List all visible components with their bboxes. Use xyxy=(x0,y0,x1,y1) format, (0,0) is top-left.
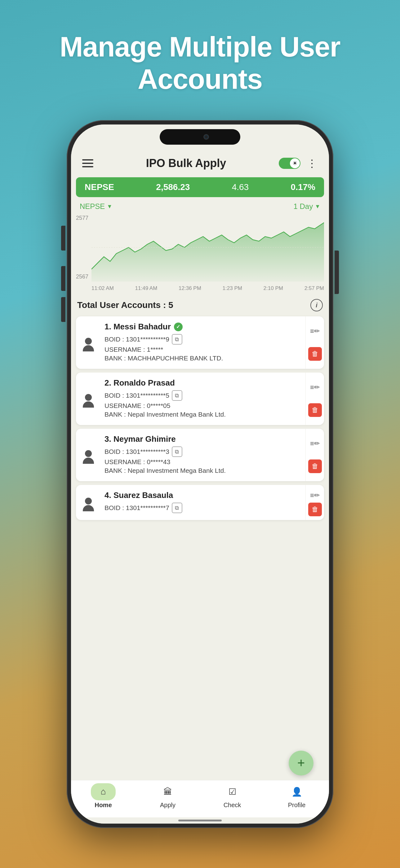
user-boid: BOID : 1301**********3 ⧉ xyxy=(104,446,302,457)
hamburger-line xyxy=(82,163,93,164)
nepse-percent: 0.17% xyxy=(291,182,315,192)
delete-button[interactable]: 🗑 xyxy=(308,503,322,516)
delete-icon: 🗑 xyxy=(312,462,319,470)
avatar-body xyxy=(83,505,94,511)
content-area: Total User Accounts : 5 i 1. Messi Bahad… xyxy=(71,294,329,780)
nav-apply[interactable]: 🏛 Apply xyxy=(149,783,186,809)
nav-profile-icon-wrap: 👤 xyxy=(284,783,309,800)
x-label-2: 12:36 PM xyxy=(178,285,201,291)
copy-boid-btn[interactable]: ⧉ xyxy=(172,390,182,401)
nav-check-label: Check xyxy=(224,802,241,809)
user-boid: BOID : 1301**********7 ⧉ xyxy=(104,503,302,513)
y-label-bottom: 2567 xyxy=(76,274,88,280)
user-username: USERNAME : 0*****05 xyxy=(104,402,302,409)
app-title: IPO Bulk Apply xyxy=(146,157,226,170)
avatar-body xyxy=(83,345,94,351)
sun-icon: ☀ xyxy=(292,160,297,167)
avatar xyxy=(81,446,96,464)
card-actions: ≡✏ 🗑 xyxy=(305,429,324,481)
more-options-icon[interactable]: ⋮ xyxy=(307,158,318,168)
user-boid: BOID : 1301**********9 ⧉ xyxy=(104,334,302,345)
profile-icon: 👤 xyxy=(292,787,302,797)
nav-profile[interactable]: 👤 Profile xyxy=(278,783,315,809)
delete-button[interactable]: 🗑 xyxy=(308,403,322,417)
hero-title: Manage Multiple User Accounts xyxy=(0,31,400,95)
header-right: ☀ ⋮ xyxy=(279,158,318,169)
delete-icon: 🗑 xyxy=(312,350,319,358)
x-label-5: 2:57 PM xyxy=(304,285,324,291)
nepse-change: 4.63 xyxy=(232,182,249,192)
edit-button[interactable]: ≡✏ xyxy=(308,324,322,338)
delete-button[interactable]: 🗑 xyxy=(308,347,322,361)
card-actions: ≡✏ 🗑 xyxy=(305,485,324,520)
nav-home-label: Home xyxy=(95,802,112,809)
chart-area: 2577 2567 xyxy=(76,213,324,294)
user-username: USERNAME : 0*****43 xyxy=(104,458,302,466)
user-name: 1. Messi Bahadur xyxy=(104,322,171,332)
info-icon[interactable]: i xyxy=(310,299,323,311)
copy-boid-btn[interactable]: ⧉ xyxy=(172,503,182,513)
chart-svg xyxy=(92,213,324,282)
avatar xyxy=(81,334,96,351)
phone-wrapper: IPO Bulk Apply ☀ ⋮ NEPSE 2,586.23 4.63 0… xyxy=(67,120,333,828)
hamburger-menu[interactable] xyxy=(82,159,93,167)
edit-button[interactable]: ≡✏ xyxy=(308,489,322,502)
x-label-4: 2:10 PM xyxy=(264,285,283,291)
nepse-label: NEPSE xyxy=(85,182,114,192)
chart-filters: NEPSE ▼ 1 Day ▼ xyxy=(76,202,324,211)
avatar xyxy=(81,390,96,408)
toggle-knob: ☀ xyxy=(290,158,300,168)
card-avatar-area xyxy=(76,316,101,369)
section-title: Total User Accounts : 5 xyxy=(77,300,173,310)
day-filter-label: 1 Day xyxy=(293,202,313,211)
home-indicator xyxy=(178,819,222,822)
delete-icon: 🗑 xyxy=(312,406,319,414)
home-indicator-bar xyxy=(71,817,329,824)
day-filter[interactable]: 1 Day ▼ xyxy=(293,202,320,211)
user-card: 1. Messi Bahadur ✓ BOID : 1301**********… xyxy=(76,316,324,369)
y-label-top: 2577 xyxy=(76,215,88,221)
user-name-row: 2. Ronaldo Prasad xyxy=(104,378,302,388)
chart-container: NEPSE ▼ 1 Day ▼ 2577 2567 xyxy=(71,197,329,294)
user-bank: BANK : Nepal Investment Mega Bank Ltd. xyxy=(104,411,302,418)
nav-apply-label: Apply xyxy=(160,802,175,809)
x-label-0: 11:02 AM xyxy=(92,285,114,291)
avatar-head xyxy=(85,338,92,345)
avatar-head xyxy=(85,450,92,457)
copy-boid-btn[interactable]: ⧉ xyxy=(172,334,182,345)
check-icon: ☑ xyxy=(229,787,236,797)
home-icon: ⌂ xyxy=(101,787,106,797)
apply-icon: 🏛 xyxy=(163,787,172,797)
bottom-nav: ⌂ Home 🏛 Apply ☑ Check xyxy=(71,780,329,817)
avatar-body xyxy=(83,458,94,464)
nav-check[interactable]: ☑ Check xyxy=(214,783,251,809)
phone-outer: IPO Bulk Apply ☀ ⋮ NEPSE 2,586.23 4.63 0… xyxy=(67,120,333,828)
user-card: 4. Suarez Basaula BOID : 1301**********7… xyxy=(76,485,324,520)
card-avatar-area xyxy=(76,485,101,520)
nav-home[interactable]: ⌂ Home xyxy=(85,783,122,809)
user-name: 4. Suarez Basaula xyxy=(104,491,173,500)
x-label-1: 11:49 AM xyxy=(135,285,158,291)
delete-button[interactable]: 🗑 xyxy=(308,460,322,473)
chart-x-labels: 11:02 AM 11:49 AM 12:36 PM 1:23 PM 2:10 … xyxy=(92,283,324,294)
nepse-value: 2,586.23 xyxy=(156,182,190,192)
user-name-row: 4. Suarez Basaula xyxy=(104,491,302,500)
nav-profile-label: Profile xyxy=(288,802,306,809)
theme-toggle[interactable]: ☀ xyxy=(279,158,300,169)
card-actions: ≡✏ 🗑 xyxy=(305,316,324,369)
edit-button[interactable]: ≡✏ xyxy=(308,437,322,451)
user-name-row: 1. Messi Bahadur ✓ xyxy=(104,322,302,332)
user-bank: BANK : MACHHAPUCHHRE BANK LTD. xyxy=(104,354,302,362)
fab-add-button[interactable]: + xyxy=(289,751,313,775)
avatar-head xyxy=(85,498,92,504)
user-bank: BANK : Nepal Investment Mega Bank Ltd. xyxy=(104,467,302,474)
card-avatar-area xyxy=(76,429,101,481)
avatar-head xyxy=(85,394,92,401)
user-name-row: 3. Neymar Ghimire xyxy=(104,434,302,444)
edit-button[interactable]: ≡✏ xyxy=(308,381,322,394)
card-main: 4. Suarez Basaula BOID : 1301**********7… xyxy=(101,485,305,520)
nepse-filter[interactable]: NEPSE ▼ xyxy=(80,202,112,211)
copy-boid-btn[interactable]: ⧉ xyxy=(172,446,182,457)
user-name: 3. Neymar Ghimire xyxy=(104,434,176,444)
notch-bar xyxy=(71,124,329,149)
